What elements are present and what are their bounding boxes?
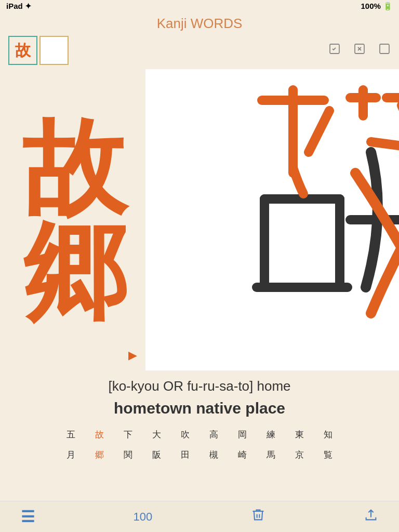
trash-icon[interactable]	[251, 508, 265, 526]
meaning-line2: hometown native place	[10, 397, 389, 419]
status-right: 100% 🔋	[361, 2, 393, 11]
kanji-box-1[interactable]: 故	[8, 36, 37, 65]
related-kanji-item[interactable]: 関	[114, 448, 142, 462]
svg-line-5	[309, 111, 329, 152]
related-kanji-item[interactable]: 槻	[200, 448, 228, 462]
drawing-panel	[145, 69, 399, 370]
kanji-panel: 故郷 ▶	[0, 69, 145, 370]
related-kanji-row1: 五故下大吹高岡練東知	[0, 423, 399, 444]
play-button[interactable]: ▶	[128, 349, 137, 362]
edit-icon-2[interactable]	[353, 43, 366, 58]
edit-icon-3[interactable]	[378, 43, 391, 58]
related-kanji-item[interactable]: 岡	[228, 428, 257, 442]
status-left: iPad ✦	[6, 2, 32, 11]
related-kanji-item[interactable]: 五	[57, 428, 85, 442]
related-kanji-item[interactable]: 吹	[171, 428, 200, 442]
related-kanji-item[interactable]: 高	[200, 428, 228, 442]
related-kanji-item[interactable]: 知	[314, 428, 342, 442]
meaning-line1: [ko-kyou OR fu-ru-sa-to] home	[10, 377, 389, 395]
related-kanji-item[interactable]: 郷	[85, 448, 114, 462]
share-icon[interactable]	[364, 508, 378, 526]
big-kanji: 故郷	[22, 116, 124, 324]
related-kanji-item[interactable]: 月	[57, 448, 85, 462]
related-kanji-item[interactable]: 崎	[228, 448, 257, 462]
meaning-section: [ko-kyou OR fu-ru-sa-to] home hometown n…	[0, 370, 399, 423]
related-kanji-item[interactable]: 東	[285, 428, 314, 442]
status-bar: iPad ✦ 100% 🔋	[0, 0, 399, 12]
app-title: Kanji WORDS	[0, 12, 399, 36]
related-kanji-row2: 月郷関阪田槻崎馬京覧	[0, 444, 399, 464]
related-kanji-item[interactable]: 馬	[257, 448, 285, 462]
related-kanji-item[interactable]: 故	[85, 428, 114, 442]
related-kanji-item[interactable]: 大	[142, 428, 171, 442]
list-icon[interactable]: ☰	[21, 508, 35, 526]
related-kanji-item[interactable]: 阪	[142, 448, 171, 462]
svg-rect-2	[380, 44, 389, 54]
count-label: 100	[133, 510, 152, 524]
related-kanji-item[interactable]: 京	[285, 448, 314, 462]
main-content: 故郷 ▶	[0, 69, 399, 370]
related-kanji-item[interactable]: 練	[257, 428, 285, 442]
kanji-box-2[interactable]	[39, 36, 69, 65]
related-kanji-item[interactable]: 下	[114, 428, 142, 442]
bottom-toolbar: ☰ 100	[0, 501, 399, 532]
toolbar-icons	[328, 43, 391, 58]
related-kanji-item[interactable]: 覧	[314, 448, 342, 462]
related-kanji-item[interactable]: 田	[171, 448, 200, 462]
edit-icon-1[interactable]	[328, 43, 341, 58]
kanji-selector: 故	[0, 36, 399, 69]
